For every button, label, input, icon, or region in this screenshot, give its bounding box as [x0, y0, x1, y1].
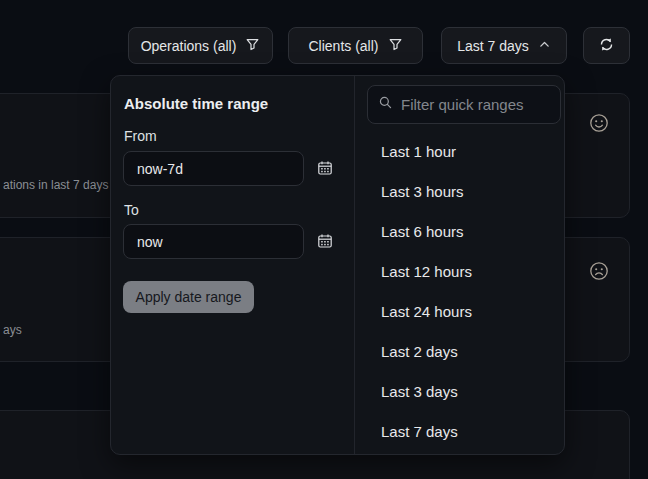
funnel-icon [245, 37, 260, 55]
quick-range-option[interactable]: Last 2 days [355, 331, 565, 371]
quick-range-search[interactable] [367, 85, 561, 124]
time-range-button[interactable]: Last 7 days [441, 27, 567, 64]
quick-range-option[interactable]: Last 24 hours [355, 291, 565, 331]
quick-range-filter-input[interactable] [401, 96, 550, 113]
quick-range-option[interactable]: Last 6 hours [355, 211, 565, 251]
from-input[interactable] [123, 151, 304, 186]
happy-face-icon [588, 112, 610, 134]
quick-range-list: Last 1 hour Last 3 hours Last 6 hours La… [355, 131, 565, 451]
to-label: To [124, 202, 139, 218]
from-calendar-button[interactable] [315, 159, 335, 179]
time-range-label: Last 7 days [457, 38, 529, 54]
quick-range-option[interactable]: Last 3 hours [355, 171, 565, 211]
card-subtitle: ations in last 7 days [3, 178, 108, 192]
apply-date-range-button[interactable]: Apply date range [123, 281, 254, 313]
from-label: From [124, 128, 157, 144]
time-picker-dropdown: Absolute time range From To [110, 75, 565, 455]
operations-filter-button[interactable]: Operations (all) [128, 27, 273, 64]
dashboard-page: { "toolbar": { "operations_button": "Ope… [0, 0, 648, 479]
quick-range-option[interactable]: Last 7 days [355, 411, 565, 451]
sad-face-icon [588, 260, 610, 282]
calendar-icon [317, 160, 333, 179]
quick-range-option[interactable]: Last 12 hours [355, 251, 565, 291]
chevron-up-icon [538, 38, 551, 54]
search-icon [378, 95, 393, 114]
clients-filter-button[interactable]: Clients (all) [288, 27, 423, 64]
card-subtitle: ays [3, 323, 22, 337]
clients-filter-label: Clients (all) [308, 38, 378, 54]
refresh-icon [598, 36, 615, 56]
to-calendar-button[interactable] [315, 232, 335, 252]
calendar-icon [317, 233, 333, 252]
operations-filter-label: Operations (all) [141, 38, 237, 54]
refresh-button[interactable] [583, 27, 630, 64]
funnel-icon [388, 37, 403, 55]
quick-range-option[interactable]: Last 3 days [355, 371, 565, 411]
absolute-time-range-title: Absolute time range [124, 95, 268, 112]
quick-range-option[interactable]: Last 1 hour [355, 131, 565, 171]
to-input[interactable] [123, 224, 304, 259]
